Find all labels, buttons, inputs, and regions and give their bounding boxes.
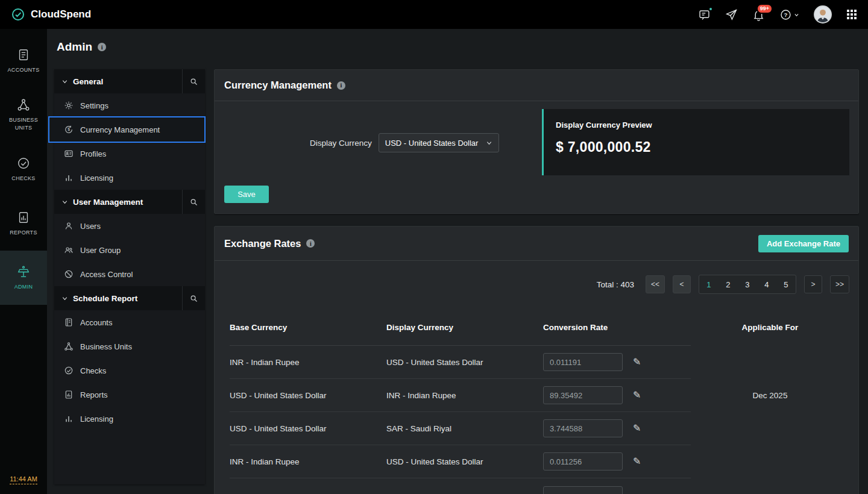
rail-item-admin[interactable]: ADMIN bbox=[0, 251, 47, 305]
conversion-rate-input[interactable] bbox=[543, 386, 623, 404]
admin-icon bbox=[17, 265, 30, 278]
sidebar-item-profiles[interactable]: Profiles bbox=[54, 142, 205, 166]
page-5-button[interactable]: 5 bbox=[776, 275, 796, 293]
sidebar-item-label: Licensing bbox=[80, 174, 113, 183]
sidebar-item-licensing[interactable]: Licensing bbox=[54, 166, 205, 190]
rail-item-label: BUSINESS UNITS bbox=[7, 116, 40, 131]
sidebar-item-settings[interactable]: Settings bbox=[54, 93, 205, 117]
conversion-rate-input[interactable] bbox=[543, 353, 623, 371]
left-rail: ACCOUNTS BUSINESS UNITS CHECKS REPORTS bbox=[0, 29, 47, 494]
edit-rate-icon[interactable]: ✎ bbox=[633, 357, 641, 367]
pagination-last-button[interactable]: >> bbox=[830, 275, 849, 293]
info-icon[interactable]: i bbox=[337, 81, 345, 90]
search-icon[interactable] bbox=[182, 69, 205, 93]
sidebar-item-label: Settings bbox=[80, 101, 108, 110]
edit-rate-icon[interactable]: ✎ bbox=[633, 457, 641, 466]
feedback-dot bbox=[708, 7, 713, 11]
cell-display: SAR - Saudi Riyal bbox=[386, 412, 543, 445]
search-icon[interactable] bbox=[182, 190, 205, 214]
sidebar-item-label: Reports bbox=[80, 390, 108, 399]
report-doc-icon bbox=[63, 390, 74, 399]
sidebar-item-user-group[interactable]: User Group bbox=[54, 238, 205, 262]
rail-item-label: CHECKS bbox=[11, 175, 35, 183]
chevron-down-icon bbox=[486, 140, 492, 146]
sidebar-item-reports[interactable]: Reports bbox=[54, 383, 205, 407]
page-2-button[interactable]: 2 bbox=[719, 275, 738, 293]
preview-amount: $ 7,000,000.52 bbox=[556, 139, 837, 155]
conversion-rate-input[interactable] bbox=[543, 419, 623, 437]
conversion-rate-input[interactable] bbox=[543, 486, 623, 494]
gear-icon bbox=[63, 101, 74, 110]
business-units-icon bbox=[63, 342, 74, 351]
page-4-button[interactable]: 4 bbox=[757, 275, 776, 293]
pagination-next-button[interactable]: > bbox=[804, 275, 822, 293]
display-currency-label: Display Currency bbox=[310, 139, 372, 148]
exchange-rates-card: Exchange Rates i Add Exchange Rate Total… bbox=[214, 226, 859, 494]
sidebar-item-access-control[interactable]: Access Control bbox=[54, 262, 205, 286]
brand-name: CloudSpend bbox=[31, 8, 91, 20]
section-schedule-report[interactable]: Schedule Report bbox=[54, 286, 205, 310]
sidebar-item-users[interactable]: Users bbox=[54, 214, 205, 238]
chevron-down-icon bbox=[54, 295, 73, 302]
cell-rate: ✎ bbox=[543, 445, 691, 478]
check-circle-icon bbox=[63, 366, 74, 375]
sidebar-item-label: Licensing bbox=[80, 414, 113, 424]
sidebar-item-currency-management[interactable]: $ Currency Management bbox=[48, 116, 206, 143]
chevron-down-icon bbox=[54, 199, 73, 205]
pagination-first-button[interactable]: << bbox=[646, 275, 665, 293]
display-currency-row: Display Currency USD - United States Dol… bbox=[310, 133, 499, 152]
cell-rate bbox=[543, 478, 691, 494]
sidebar-item-business-units[interactable]: Business Units bbox=[54, 334, 205, 358]
currency-management-card: Currency Management i Display Currency U… bbox=[214, 69, 859, 214]
conversion-rate-input[interactable] bbox=[543, 452, 623, 471]
edit-rate-icon[interactable]: ✎ bbox=[633, 424, 641, 433]
sidebar-item-checks[interactable]: Checks bbox=[54, 358, 205, 383]
apps-grid-icon[interactable] bbox=[846, 9, 857, 20]
sidebar-item-licensing-2[interactable]: Licensing bbox=[54, 407, 205, 431]
col-conversion-rate: Conversion Rate bbox=[543, 309, 691, 346]
rail-item-label: ADMIN bbox=[14, 283, 33, 291]
clock-time[interactable]: 11:44 AM bbox=[10, 475, 37, 484]
sidebar-item-label: Business Units bbox=[80, 342, 132, 351]
cell-base: INR - Indian Rupee bbox=[230, 346, 386, 379]
help-icon[interactable]: ? bbox=[779, 8, 799, 21]
topbar: CloudSpend 99+ ? bbox=[0, 0, 868, 29]
add-exchange-rate-button[interactable]: Add Exchange Rate bbox=[758, 235, 849, 252]
chevron-down-icon bbox=[54, 78, 73, 85]
rail-item-reports[interactable]: REPORTS bbox=[0, 196, 47, 251]
sidebar-item-label: Profiles bbox=[80, 149, 106, 158]
pagination-row: Total : 403 << < 1 2 3 4 5 > >> bbox=[215, 261, 858, 294]
svg-text:$: $ bbox=[68, 127, 70, 132]
cloudspend-logo-icon bbox=[11, 7, 25, 22]
edit-rate-icon[interactable]: ✎ bbox=[633, 390, 641, 400]
sidebar-item-label: Currency Management bbox=[80, 125, 160, 134]
cell-base: INR - Indian Rupee bbox=[230, 445, 386, 478]
notification-badge: 99+ bbox=[756, 4, 773, 14]
sidebar-item-label: Accounts bbox=[80, 318, 112, 327]
pagination-pages: 1 2 3 4 5 bbox=[699, 275, 796, 294]
info-icon[interactable]: i bbox=[98, 43, 106, 51]
section-general[interactable]: General bbox=[54, 69, 205, 93]
main-content: Currency Management i Display Currency U… bbox=[214, 69, 859, 494]
brand-logo[interactable]: CloudSpend bbox=[11, 7, 91, 22]
announcements-icon[interactable] bbox=[725, 8, 738, 21]
currency-icon: $ bbox=[63, 125, 74, 134]
search-icon[interactable] bbox=[182, 286, 205, 310]
pagination-prev-button[interactable]: < bbox=[673, 275, 691, 293]
save-button[interactable]: Save bbox=[224, 186, 269, 203]
info-icon[interactable]: i bbox=[306, 239, 315, 248]
notifications-bell-icon[interactable]: 99+ bbox=[752, 8, 765, 21]
page-3-button[interactable]: 3 bbox=[738, 275, 757, 293]
section-user-management[interactable]: User Management bbox=[54, 190, 205, 214]
feedback-icon[interactable] bbox=[698, 8, 711, 21]
rail-item-checks[interactable]: CHECKS bbox=[0, 142, 47, 196]
rail-item-business-units[interactable]: BUSINESS UNITS bbox=[0, 88, 47, 142]
display-currency-select[interactable]: USD - United States Dollar bbox=[379, 133, 499, 152]
col-applicable-for: Applicable For bbox=[691, 309, 849, 346]
sidebar-item-accounts[interactable]: Accounts bbox=[54, 310, 205, 334]
page-1-button[interactable]: 1 bbox=[699, 275, 719, 293]
exchange-rates-table: Base Currency Display Currency Conversio… bbox=[230, 309, 849, 494]
rail-item-accounts[interactable]: ACCOUNTS bbox=[0, 34, 47, 88]
avatar[interactable] bbox=[814, 5, 832, 23]
cell-base bbox=[230, 478, 386, 494]
